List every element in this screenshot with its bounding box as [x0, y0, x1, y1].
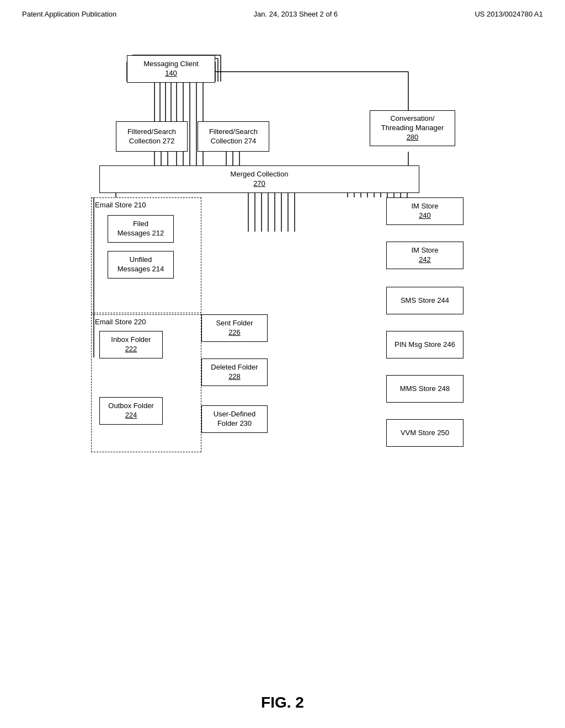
email-store-220-box: Email Store 220 [95, 318, 146, 326]
outbox-folder-box: Outbox Folder 224 [99, 397, 163, 425]
im-store-242-box: IM Store 242 [386, 242, 463, 269]
user-defined-folder-box: User-Defined Folder 230 [201, 405, 268, 433]
filed-messages-box: Filed Messages 212 [108, 215, 174, 243]
filtered-search-272-box: Filtered/Search Collection 272 [116, 121, 188, 152]
page-header: Patent Application Publication Jan. 24, … [0, 0, 565, 18]
sent-folder-box: Sent Folder 226 [201, 314, 268, 342]
conv-threading-box: Conversation/ Threading Manager 280 [370, 110, 455, 146]
inbox-folder-box: Inbox Folder 222 [99, 331, 163, 358]
filtered-search-274-box: Filtered/Search Collection 274 [198, 121, 269, 152]
mms-store-box: MMS Store 248 [386, 375, 463, 403]
header-left: Patent Application Publication [22, 10, 116, 18]
pin-msg-store-box: PIN Msg Store 246 [386, 331, 463, 358]
im-store-240-box: IM Store 240 [386, 197, 463, 225]
unfiled-messages-box: Unfiled Messages 214 [108, 251, 174, 279]
header-right: US 2013/0024780 A1 [475, 10, 543, 18]
messaging-client-box: Messaging Client 140 [127, 55, 215, 83]
fig-label: FIG. 2 [261, 694, 304, 711]
merged-collection-box: Merged Collection 270 [99, 165, 419, 193]
deleted-folder-box: Deleted Folder 228 [201, 358, 268, 386]
sms-store-244-box: SMS Store 244 [386, 287, 463, 314]
vvm-store-box: VVM Store 250 [386, 419, 463, 447]
diagram-area: Messaging Client 140 Conversation/ Threa… [44, 44, 521, 673]
email-store-210-box: Email Store 210 [95, 201, 146, 209]
header-middle: Jan. 24, 2013 Sheet 2 of 6 [254, 10, 338, 18]
